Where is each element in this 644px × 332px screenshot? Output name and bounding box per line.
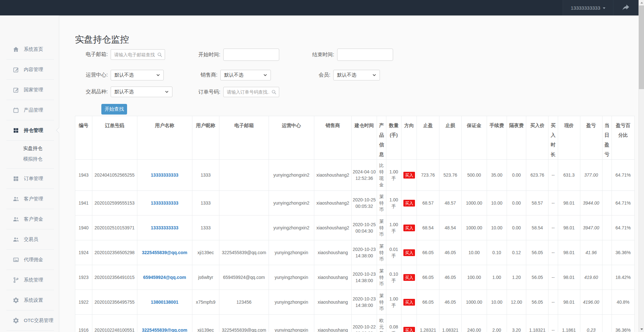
table-header-row: 编号订单号码用户名称用户昵称电子邮箱运营中心销售商建仓时间产品信息数量(手)方向…	[75, 116, 635, 160]
table-cell: 0.10	[487, 240, 507, 265]
vertical-scrollbar[interactable]	[639, 0, 644, 332]
table-cell: 123456	[219, 290, 269, 315]
table-cell: 623.76	[526, 160, 548, 191]
user-link[interactable]: 659459924@qq.com	[143, 275, 186, 280]
scroll-up-button[interactable]	[639, 0, 644, 5]
order-number-input[interactable]	[223, 87, 279, 97]
sidebar-item-label: 国家管理	[24, 87, 43, 93]
share-arrow-icon	[622, 4, 630, 12]
table-cell: 2020102510153971	[92, 216, 137, 240]
col-header-1[interactable]: 订单号码	[92, 116, 137, 160]
table-cell: 1924	[75, 240, 92, 265]
operation-center-select[interactable]: 默认不选	[111, 70, 164, 80]
table-cell: 1.00 手	[386, 216, 401, 240]
sidebar-item-country[interactable]: 国家管理	[6, 80, 54, 100]
table-cell: 58.54	[526, 216, 548, 240]
table-cell: xiaoshoushang2	[314, 191, 352, 216]
col-header-3: 用户昵称	[192, 116, 219, 160]
user-link[interactable]: 13333333333	[151, 225, 179, 230]
sortable-header[interactable]: 订单号码	[105, 123, 124, 128]
table-cell: 3225455839@qq.com	[219, 315, 269, 332]
table-cell: 13333333333	[137, 160, 192, 191]
gear-icon	[12, 297, 19, 304]
sidebar-nav: 系统首页内容管理国家管理产品管理持仓管理实盘持仓模拟持仓订单管理客户管理客户资金…	[0, 39, 59, 331]
seller-select[interactable]: 默认不选	[220, 70, 271, 80]
table-cell: 0.12	[507, 240, 526, 265]
sidebar-item-label: 内容管理	[24, 67, 43, 73]
member-select[interactable]: 默认不选	[333, 70, 380, 80]
sidebar-subitem-demo-positions[interactable]: 模拟持仓	[6, 154, 54, 164]
table-cell: xiaoshoushang	[314, 240, 352, 265]
sidebar-item-funds[interactable]: 客户资金	[6, 209, 54, 229]
table-cell: --	[548, 240, 558, 265]
scrollbar-thumb[interactable]	[639, 5, 644, 89]
user-link[interactable]: 13800138001	[151, 300, 179, 305]
table-cell: 2020102356495755	[92, 290, 137, 315]
table-cell	[602, 265, 612, 290]
table-cell: 64.71%	[612, 160, 634, 191]
table-cell: 36.36%	[612, 240, 634, 265]
user-link[interactable]: 3225455839@qq.com	[142, 250, 187, 255]
table-cell: 3225455839@qq.com	[137, 240, 192, 265]
table-cell: 631.3	[558, 160, 580, 191]
sidebar-item-label: 客户管理	[24, 196, 43, 202]
user-link[interactable]: 13333333333	[151, 200, 179, 206]
table-cell: 1.00 手	[386, 290, 401, 315]
sidebar-item-home[interactable]: 系统首页	[6, 39, 54, 60]
table-cell: 64.71%	[612, 191, 634, 216]
sidebar-item-settings[interactable]: 系统设置	[6, 290, 54, 310]
user-account-dropdown[interactable]: 13333333333	[563, 0, 613, 15]
sidebar-item-customers[interactable]: 客户管理	[6, 189, 54, 209]
sidebar-item-orders[interactable]: 订单管理	[6, 169, 54, 189]
sidebar-item-product[interactable]: 产品管理	[6, 100, 54, 120]
sidebar-item-positions[interactable]: 持仓管理	[6, 120, 54, 141]
start-time-input[interactable]	[223, 49, 279, 61]
table-cell: 1333	[192, 160, 219, 191]
scroll-down-button[interactable]	[639, 327, 644, 332]
table-cell: 3944.00	[580, 191, 602, 216]
end-time-input[interactable]	[337, 49, 393, 61]
table-cell	[219, 216, 269, 240]
direction-buy-badge: 买入	[403, 274, 415, 281]
sidebar-item-label: 客户资金	[24, 216, 43, 222]
sidebar-subitem-real-positions[interactable]: 实盘持仓	[6, 143, 54, 154]
table-cell: 2020-10-23 14:38:00	[352, 240, 377, 265]
table-cell: 莱特币	[377, 240, 386, 265]
table-cell: 18.42%	[612, 265, 634, 290]
table-cell: 100.00	[461, 265, 487, 290]
table-cell: 98.01	[558, 216, 580, 240]
page-title: 实盘持仓监控	[75, 33, 129, 46]
sidebar-item-otc[interactable]: OTC交易管理	[6, 310, 54, 331]
user-link[interactable]: 3225455839@qq.com	[142, 327, 187, 332]
sidebar-item-commission[interactable]: 代理佣金	[6, 250, 54, 270]
sidebar-item-traders[interactable]: 交易员	[6, 229, 54, 250]
table-cell: 0.23	[580, 315, 602, 332]
table-cell: 0.00	[507, 216, 526, 240]
table-cell: yunyingzhongxin	[269, 265, 314, 290]
table-row: 19232020102356491015659459924@qq.comjs6w…	[75, 265, 635, 290]
logout-share-button[interactable]	[613, 0, 639, 15]
table-cell: yunyingzhongxin2	[269, 216, 314, 240]
table-cell: 1000.00	[461, 290, 487, 315]
col-header-5: 运营中心	[269, 116, 314, 160]
search-button[interactable]: 开始查找	[101, 104, 127, 115]
user-phone-label: 13333333333	[571, 5, 600, 11]
table-cell: 66.05	[417, 265, 439, 290]
sidebar-item-content[interactable]: 内容管理	[6, 60, 54, 80]
sidebar-item-label: 系统管理	[24, 277, 43, 283]
search-icon	[271, 89, 277, 95]
table-cell: 2024041052565255	[92, 160, 137, 191]
table-cell: 2.00	[487, 315, 507, 332]
sidebar-item-system[interactable]: 系统管理	[6, 270, 54, 290]
table-cell: 98.01	[558, 240, 580, 265]
table-row: 192420201023565052983225455839@qq.comxji…	[75, 240, 635, 265]
table-cell: xji139ec	[192, 315, 219, 332]
col-header-15: 隔夜费	[507, 116, 526, 160]
pnl-value: 4196.00	[583, 300, 599, 305]
sidebar-item-label: 代理佣金	[24, 257, 43, 263]
table-cell: 1000.00	[461, 191, 487, 216]
sidebar-submenu: 实盘持仓模拟持仓	[6, 141, 54, 169]
table-cell: 1923	[75, 265, 92, 290]
trade-variety-select[interactable]: 默认不选	[111, 87, 172, 97]
user-link[interactable]: 13333333333	[151, 172, 179, 178]
